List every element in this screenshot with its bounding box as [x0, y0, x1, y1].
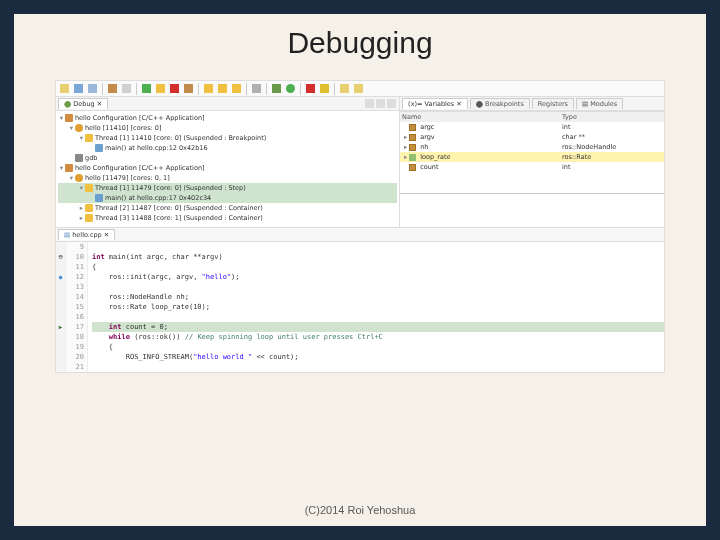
tab-hello-cpp[interactable]: ▤ hello.cpp ✕: [58, 229, 115, 240]
ext-tool-icon[interactable]: [306, 84, 315, 93]
page-title: Debugging: [287, 26, 432, 60]
main-toolbar: [56, 81, 664, 97]
debug-tree-row[interactable]: main() at hello.cpp:12 0x42b16: [58, 143, 397, 153]
skip-bp-icon[interactable]: [122, 84, 131, 93]
cpp-file-icon: ▤: [64, 231, 72, 239]
debug-tree[interactable]: ▾hello Configuration [C/C++ Application]…: [56, 111, 399, 225]
instr-step-icon[interactable]: [252, 84, 261, 93]
debug-tree-row[interactable]: ▾hello [11410] [cores: 0]: [58, 123, 397, 133]
tab-breakpoints[interactable]: ⬤ Breakpoints: [470, 98, 530, 109]
pause-icon[interactable]: [156, 84, 165, 93]
debug-tree-row[interactable]: ▾hello Configuration [C/C++ Application]: [58, 163, 397, 173]
debug-tree-row[interactable]: ▾hello [11479] [cores: 0, 1]: [58, 173, 397, 183]
debug-tree-row[interactable]: main() at hello.cpp:17 0x402c34: [58, 193, 397, 203]
debug-tree-row[interactable]: ▸Thread [3] 11488 [core: 1] (Suspended :…: [58, 213, 397, 223]
editor-pane: ▤ hello.cpp ✕ ⊖ ● ▶ 91011121314151617181…: [56, 227, 664, 372]
tab-registers[interactable]: Registers: [532, 98, 574, 109]
disconnect-icon[interactable]: [184, 84, 193, 93]
footer-copyright: (C)2014 Roi Yehoshua: [305, 496, 416, 526]
tab-debug[interactable]: ⬤ Debug ✕: [58, 98, 108, 109]
step-over-icon[interactable]: [218, 84, 227, 93]
ide-window: ⬤ Debug ✕ ▾hello Configuration [C/C++ Ap…: [55, 80, 665, 373]
search-icon[interactable]: [320, 84, 329, 93]
save-icon[interactable]: [74, 84, 83, 93]
col-name: Name: [402, 112, 562, 122]
step-return-icon[interactable]: [232, 84, 241, 93]
debug-tree-row[interactable]: ▾hello Configuration [C/C++ Application]: [58, 113, 397, 123]
collapse-icon[interactable]: [365, 99, 374, 108]
view-menu-icon[interactable]: [376, 99, 385, 108]
variable-detail: [400, 193, 664, 227]
debug-pane: ⬤ Debug ✕ ▾hello Configuration [C/C++ Ap…: [56, 97, 400, 227]
bug-icon: ⬤: [64, 100, 73, 108]
save-all-icon[interactable]: [88, 84, 97, 93]
col-type: Type: [562, 112, 662, 122]
variables-pane: (x)= Variables ✕ ⬤ Breakpoints Registers…: [400, 97, 664, 227]
variable-row[interactable]: argcint: [400, 122, 664, 132]
step-into-icon[interactable]: [204, 84, 213, 93]
editor-tabrow: ▤ hello.cpp ✕: [56, 228, 664, 242]
vars-tabrow: (x)= Variables ✕ ⬤ Breakpoints Registers…: [400, 97, 664, 111]
debug-tree-row[interactable]: ▾Thread [1] 11410 [core: 0] (Suspended :…: [58, 133, 397, 143]
run-icon[interactable]: [286, 84, 295, 93]
debug-tabrow: ⬤ Debug ✕: [56, 97, 399, 111]
tab-variables[interactable]: (x)= Variables ✕: [402, 98, 468, 109]
variables-grid[interactable]: NameType argcint▸ argvchar **▸ nhros::No…: [400, 111, 664, 193]
stop-icon[interactable]: [170, 84, 179, 93]
debug-icon[interactable]: [272, 84, 281, 93]
variable-row[interactable]: ▸ argvchar **: [400, 132, 664, 142]
tab-modules[interactable]: ▤ Modules: [576, 98, 623, 109]
variable-row[interactable]: countint: [400, 162, 664, 172]
debug-tree-row[interactable]: gdb: [58, 153, 397, 163]
nav-fwd-icon[interactable]: [354, 84, 363, 93]
debug-tree-row[interactable]: ▸Thread [2] 11487 [core: 0] (Suspended :…: [58, 203, 397, 213]
variable-row[interactable]: ▸ nhros::NodeHandle: [400, 142, 664, 152]
resume-icon[interactable]: [142, 84, 151, 93]
new-icon[interactable]: [60, 84, 69, 93]
build-icon[interactable]: [108, 84, 117, 93]
debug-tree-row[interactable]: ▾Thread [1] 11479 [core: 0] (Suspended :…: [58, 183, 397, 193]
minimize-icon[interactable]: [387, 99, 396, 108]
code-area[interactable]: ⊖ ● ▶ 9101112131415161718192021 int main…: [56, 242, 664, 372]
nav-back-icon[interactable]: [340, 84, 349, 93]
variable-row[interactable]: ▸ loop_rateros::Rate: [400, 152, 664, 162]
